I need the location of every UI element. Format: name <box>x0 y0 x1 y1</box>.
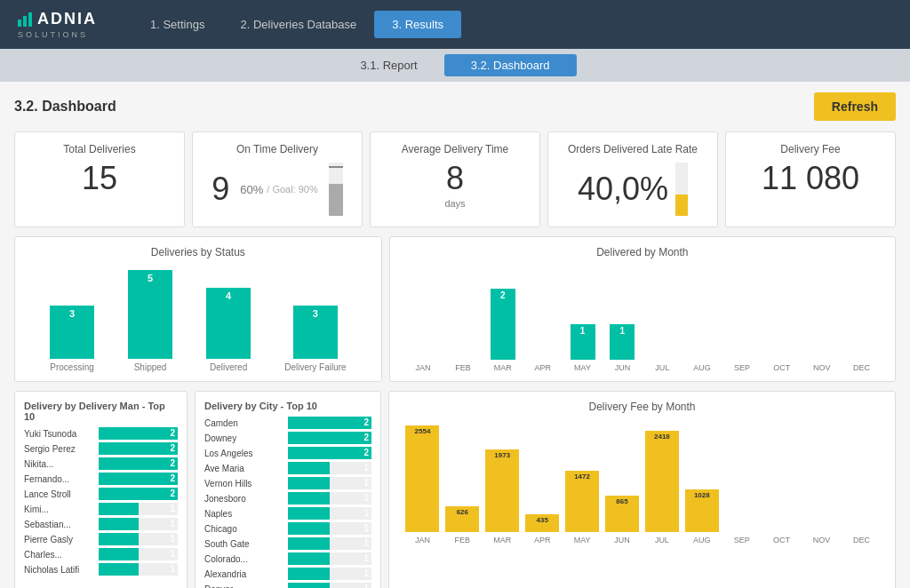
sub-tab-report[interactable]: 3.1. Report <box>333 54 443 76</box>
person-val: 1 <box>170 504 175 513</box>
kpi-late-rate: Orders Delivered Late Rate 40,0% <box>547 131 718 227</box>
person-name: Nikita... <box>24 459 95 469</box>
fee-bar: 1028 <box>685 489 719 532</box>
person-track: 1 <box>99 533 178 545</box>
city-val: 1 <box>363 493 369 503</box>
kpi-avg-delivery: Average Delivery Time 8 days <box>370 131 540 227</box>
month-bar: 1 <box>571 324 595 360</box>
kpi-avg-label: Average Delivery Time <box>381 143 529 155</box>
month-bar-label: SEP <box>734 363 750 372</box>
deliveries-status-title: Deliveries by Status <box>24 246 372 258</box>
month-bar-group: 1 MAY <box>571 324 595 372</box>
person-bar-item: Nicholas Latifi 1 <box>24 563 178 576</box>
person-fill <box>99 488 178 500</box>
city-bar-item: South Gate 1 <box>204 537 371 550</box>
city-name: Naples <box>204 509 284 519</box>
city-bar-item: Downey 2 <box>204 432 371 444</box>
city-fill <box>288 432 371 444</box>
kpi-on-time-value: 9 <box>212 171 229 208</box>
status-bar-label: Delivered <box>210 362 247 372</box>
kpi-on-time-label: On Time Delivery <box>204 143 351 155</box>
city-bar-item: Jonesboro 1 <box>204 492 371 505</box>
person-fill <box>99 503 139 515</box>
fee-month-title: Delivery Fee by Month <box>398 401 886 413</box>
logo-icon <box>18 12 32 27</box>
month-bars: JAN FEB 2 MAR APR 1 MAY 1 JUN JUL AUG <box>399 266 886 372</box>
city-val: 1 <box>363 553 369 563</box>
month-bar-group: JUL <box>650 358 675 372</box>
city-track: 2 <box>288 417 371 429</box>
city-name: Los Angeles <box>204 449 284 458</box>
city-name: Denver <box>204 584 284 589</box>
status-bar: 4 <box>206 288 251 359</box>
city-name: Alexandria <box>204 569 284 579</box>
kpi-total-deliveries-label: Total Deliveries <box>26 143 173 155</box>
sub-tab-dashboard[interactable]: 3.2. Dashboard <box>444 54 577 76</box>
city-val: 1 <box>363 508 369 518</box>
fee-bar: 626 <box>445 506 479 532</box>
month-bar <box>850 358 874 360</box>
refresh-button[interactable]: Refresh <box>814 92 896 121</box>
city-track: 1 <box>288 462 371 474</box>
person-name: Lance Stroll <box>24 489 95 499</box>
charts-row: Deliveries by Status 3 Processing 5 Ship… <box>14 236 896 382</box>
status-bar-group: 5 Shipped <box>128 270 172 372</box>
person-track: 1 <box>99 503 178 515</box>
delivery-man-list: Yuki Tsunoda 2 Sergio Perez 2 Nikita... … <box>24 427 178 576</box>
kpi-on-time: On Time Delivery 9 60% / Goal: 90% <box>192 131 363 227</box>
nav-tab-settings[interactable]: 1. Settings <box>132 11 222 38</box>
deliveries-by-status-chart: Deliveries by Status 3 Processing 5 Ship… <box>14 236 382 382</box>
fee-bar-label: JUN <box>614 536 630 544</box>
fee-bar-label: OCT <box>773 536 790 544</box>
month-bar-label: JUN <box>615 363 631 372</box>
fee-bar <box>765 530 799 532</box>
city-track: 1 <box>288 537 371 550</box>
fee-by-month-card: Delivery Fee by Month 2554 JAN 626 FEB 1… <box>388 391 896 588</box>
city-val: 1 <box>363 568 369 578</box>
fee-bar-label: NOV <box>813 536 831 544</box>
person-track: 2 <box>99 473 178 485</box>
city-track: 1 <box>288 492 371 505</box>
nav-tab-database[interactable]: 2. Deliveries Database <box>222 11 374 38</box>
person-track: 2 <box>99 442 178 455</box>
city-bar-item: Los Angeles 2 <box>204 447 371 459</box>
fee-bar: 1973 <box>485 449 519 532</box>
fee-bars: 2554 JAN 626 FEB 1973 MAR 435 APR 1472 M… <box>398 420 886 544</box>
delivery-man-card: Delivery by Delivery Man - Top 10 Yuki T… <box>14 391 188 588</box>
fee-bar-label: APR <box>534 536 551 544</box>
city-name: Camden <box>204 418 284 428</box>
fee-bar-group: 1973 MAR <box>485 449 519 544</box>
kpi-total-deliveries: Total Deliveries 15 <box>14 131 185 227</box>
city-val: 1 <box>363 478 369 488</box>
person-val: 2 <box>170 458 175 468</box>
city-track: 2 <box>288 447 371 459</box>
city-fill <box>288 417 371 429</box>
delivery-city-list: Camden 2 Downey 2 Los Angeles 2 Ave Mari… <box>204 417 371 588</box>
fee-bar-group: NOV <box>805 530 839 544</box>
month-bar <box>531 358 555 360</box>
month-bar-group: NOV <box>810 358 834 372</box>
person-name: Pierre Gasly <box>24 535 95 544</box>
city-track: 1 <box>288 507 371 520</box>
person-name: Sebastian... <box>24 520 95 529</box>
month-bar-label: APR <box>534 363 551 372</box>
city-bar-item: Colorado... 1 <box>204 552 371 565</box>
fee-bar-group: 2554 JAN <box>405 425 439 544</box>
delivery-man-title: Delivery by Delivery Man - Top 10 <box>24 401 178 422</box>
city-fill <box>288 462 330 474</box>
month-bar-label: NOV <box>813 363 831 372</box>
month-bar <box>451 358 475 360</box>
status-bars: 3 Processing 5 Shipped 4 Delivered 3 Del… <box>24 266 372 372</box>
month-bar-label: AUG <box>693 363 711 372</box>
person-name: Sergio Perez <box>24 444 95 454</box>
nav-tab-results[interactable]: 3. Results <box>374 11 461 38</box>
status-bar: 3 <box>293 306 338 359</box>
city-track: 1 <box>288 522 371 535</box>
person-name: Yuki Tsunoda <box>24 429 95 439</box>
fee-bar-label: JUL <box>655 536 669 544</box>
city-fill <box>288 537 330 550</box>
kpi-avg-value: 8 <box>381 163 529 195</box>
month-bar-group: DEC <box>850 358 874 372</box>
month-bar-label: MAR <box>494 363 512 372</box>
city-bar-item: Vernon Hills 1 <box>204 477 371 489</box>
